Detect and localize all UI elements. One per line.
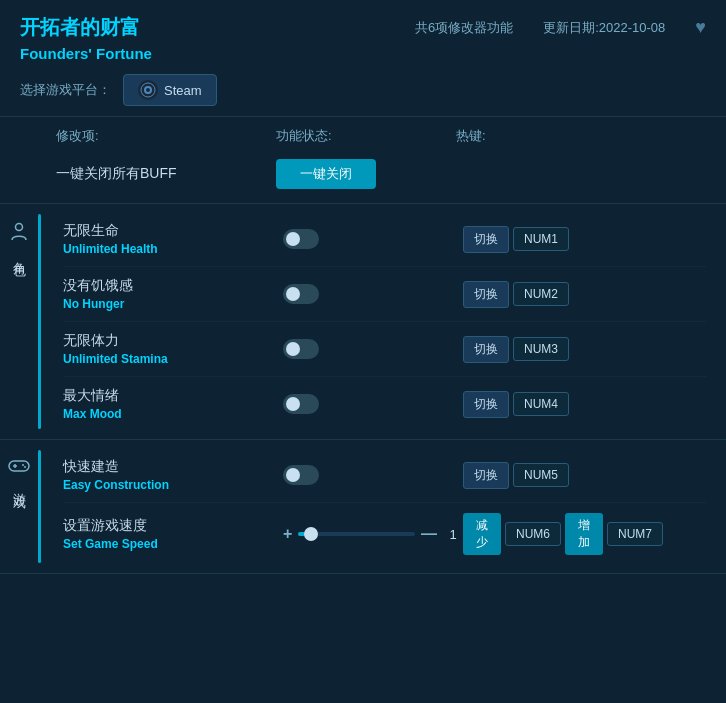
header-top: 开拓者的财富 共6项修改器功能 更新日期:2022-10-08 ♥ xyxy=(20,14,706,41)
character-section-content: 无限生命 Unlimited Health 切换 NUM1 没有饥饿感 No H xyxy=(43,204,726,439)
platform-button[interactable]: Steam xyxy=(123,74,217,106)
game-section-divider xyxy=(38,450,41,563)
toggle-mood[interactable] xyxy=(283,394,319,414)
mod-name-hunger-en: No Hunger xyxy=(63,297,283,311)
svg-rect-4 xyxy=(9,461,29,471)
mod-name-construction: 快速建造 Easy Construction xyxy=(63,458,283,492)
speed-increase-btn[interactable]: 增加 xyxy=(565,513,603,555)
mod-toggle-hunger-col xyxy=(283,284,463,304)
hotkey-key-construction: NUM5 xyxy=(513,463,569,487)
mod-name-stamina-en: Unlimited Stamina xyxy=(63,352,283,366)
slider-thumb[interactable] xyxy=(304,527,318,541)
mod-name-construction-cn: 快速建造 xyxy=(63,458,283,476)
game-section-label-col: 游戏 xyxy=(0,440,36,573)
game-title-en: Founders' Fortune xyxy=(20,45,706,62)
meta-count: 共6项修改器功能 xyxy=(415,19,513,37)
hotkey-key-stamina: NUM3 xyxy=(513,337,569,361)
mod-name-health-cn: 无限生命 xyxy=(63,222,283,240)
svg-point-8 xyxy=(24,466,26,468)
slider-minus-icon[interactable]: — xyxy=(421,525,437,543)
mod-name-health: 无限生命 Unlimited Health xyxy=(63,222,283,256)
toggle-stamina[interactable] xyxy=(283,339,319,359)
mod-row-stamina: 无限体力 Unlimited Stamina 切换 NUM3 xyxy=(63,322,706,377)
svg-point-2 xyxy=(146,88,150,92)
steam-logo-icon xyxy=(138,80,158,100)
table-header: 修改项: 功能状态: 热键: xyxy=(0,117,726,151)
platform-row: 选择游戏平台： Steam xyxy=(20,74,706,106)
mod-name-hunger: 没有饥饿感 No Hunger xyxy=(63,277,283,311)
hotkey-key-num7: NUM7 xyxy=(607,522,663,546)
speed-slider-col: + — 1 xyxy=(283,525,463,543)
mod-toggle-health-col xyxy=(283,229,463,249)
mod-name-hunger-cn: 没有饥饿感 xyxy=(63,277,283,295)
mod-row-health: 无限生命 Unlimited Health 切换 NUM1 xyxy=(63,212,706,267)
character-section-divider xyxy=(38,214,41,429)
game-section-content: 快速建造 Easy Construction 切换 NUM5 设置游戏速度 Se xyxy=(43,440,726,573)
all-off-row: 一键关闭所有BUFF 一键关闭 xyxy=(0,151,726,204)
character-section: 角色 无限生命 Unlimited Health 切换 NUM1 xyxy=(0,204,726,440)
mod-row-mood: 最大情绪 Max Mood 切换 NUM4 xyxy=(63,377,706,431)
speed-row: 设置游戏速度 Set Game Speed + — 1 减少 NUM6 增加 xyxy=(63,503,706,565)
mod-hotkey-stamina: 切换 NUM3 xyxy=(463,336,663,363)
hotkey-btn-mood[interactable]: 切换 xyxy=(463,391,509,418)
mod-toggle-stamina-col xyxy=(283,339,463,359)
mod-toggle-mood-col xyxy=(283,394,463,414)
hotkey-key-health: NUM1 xyxy=(513,227,569,251)
all-off-label: 一键关闭所有BUFF xyxy=(56,165,276,183)
speed-name-en: Set Game Speed xyxy=(63,537,283,551)
header-meta: 共6项修改器功能 更新日期:2022-10-08 ♥ xyxy=(415,17,706,38)
mod-name-mood: 最大情绪 Max Mood xyxy=(63,387,283,421)
mod-toggle-construction-col xyxy=(283,465,463,485)
mod-row-construction: 快速建造 Easy Construction 切换 NUM5 xyxy=(63,448,706,503)
mod-hotkey-construction: 切换 NUM5 xyxy=(463,462,663,489)
slider-value: 1 xyxy=(443,527,463,542)
hotkey-btn-construction[interactable]: 切换 xyxy=(463,462,509,489)
character-icon xyxy=(9,222,29,247)
game-section: 游戏 快速建造 Easy Construction 切换 NUM5 xyxy=(0,440,726,574)
header: 开拓者的财富 共6项修改器功能 更新日期:2022-10-08 ♥ Founde… xyxy=(0,0,726,117)
slider-track[interactable] xyxy=(298,532,415,536)
game-section-label: 游戏 xyxy=(10,483,28,487)
game-title-cn: 开拓者的财富 xyxy=(20,14,140,41)
hotkey-key-mood: NUM4 xyxy=(513,392,569,416)
mod-name-stamina-cn: 无限体力 xyxy=(63,332,283,350)
toggle-health[interactable] xyxy=(283,229,319,249)
mod-hotkey-hunger: 切换 NUM2 xyxy=(463,281,663,308)
toggle-health-knob xyxy=(286,232,300,246)
speed-hotkey-col: 减少 NUM6 增加 NUM7 xyxy=(463,513,663,555)
mod-name-health-en: Unlimited Health xyxy=(63,242,283,256)
col-header-hotkey: 热键: xyxy=(456,127,656,145)
mod-name-mood-en: Max Mood xyxy=(63,407,283,421)
character-section-label: 角色 xyxy=(10,251,28,255)
speed-name-col: 设置游戏速度 Set Game Speed xyxy=(63,517,283,551)
toggle-hunger[interactable] xyxy=(283,284,319,304)
slider-plus-icon[interactable]: + xyxy=(283,525,292,543)
hotkey-key-hunger: NUM2 xyxy=(513,282,569,306)
platform-label-text: Steam xyxy=(164,83,202,98)
mod-row-hunger: 没有饥饿感 No Hunger 切换 NUM2 xyxy=(63,267,706,322)
toggle-construction[interactable] xyxy=(283,465,319,485)
toggle-mood-knob xyxy=(286,397,300,411)
hotkey-btn-health[interactable]: 切换 xyxy=(463,226,509,253)
svg-point-3 xyxy=(16,224,23,231)
mod-hotkey-mood: 切换 NUM4 xyxy=(463,391,663,418)
mod-name-stamina: 无限体力 Unlimited Stamina xyxy=(63,332,283,366)
hotkey-btn-stamina[interactable]: 切换 xyxy=(463,336,509,363)
svg-point-7 xyxy=(22,464,24,466)
col-header-mod: 修改项: xyxy=(56,127,276,145)
speed-name-cn: 设置游戏速度 xyxy=(63,517,283,535)
meta-date: 更新日期:2022-10-08 xyxy=(543,19,665,37)
hotkey-key-num6: NUM6 xyxy=(505,522,561,546)
hotkey-btn-hunger[interactable]: 切换 xyxy=(463,281,509,308)
mod-name-mood-cn: 最大情绪 xyxy=(63,387,283,405)
gamepad-icon xyxy=(8,458,30,479)
toggle-hunger-knob xyxy=(286,287,300,301)
all-off-button[interactable]: 一键关闭 xyxy=(276,159,376,189)
main-container: 开拓者的财富 共6项修改器功能 更新日期:2022-10-08 ♥ Founde… xyxy=(0,0,726,703)
mod-hotkey-health: 切换 NUM1 xyxy=(463,226,663,253)
speed-reduce-btn[interactable]: 减少 xyxy=(463,513,501,555)
toggle-stamina-knob xyxy=(286,342,300,356)
heart-icon[interactable]: ♥ xyxy=(695,17,706,38)
toggle-construction-knob xyxy=(286,468,300,482)
character-section-label-col: 角色 xyxy=(0,204,36,439)
